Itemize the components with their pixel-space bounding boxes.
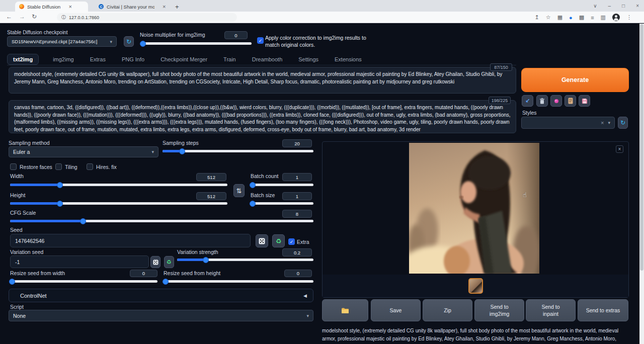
- resize-seed-width-slider[interactable]: [10, 280, 157, 283]
- back-icon[interactable]: ←: [6, 13, 12, 20]
- sampling-method-dropdown[interactable]: Euler a ▾: [9, 146, 158, 157]
- tiling-checkbox[interactable]: [55, 163, 62, 170]
- batch-count-value[interactable]: 1: [282, 173, 312, 181]
- gallery-thumbnail-selected[interactable]: [468, 278, 483, 294]
- tab-checkpoint-merger[interactable]: Checkpoint Merger: [158, 54, 209, 65]
- batch-count-slider[interactable]: [251, 184, 313, 186]
- menu-kebab-icon[interactable]: ⋮: [626, 14, 632, 21]
- apply-styles-button[interactable]: [565, 95, 576, 107]
- height-slider[interactable]: [10, 202, 227, 205]
- refresh-styles-button[interactable]: ↻: [618, 117, 628, 129]
- checkpoint-dropdown[interactable]: SD15NewVAEpruned.ckpt [27a4ac756c] ▾: [7, 36, 117, 47]
- browser-tab-stable-diffusion[interactable]: Stable Diffusion ×: [15, 2, 88, 12]
- extra-networks-button[interactable]: [550, 95, 562, 107]
- color-correction-checkbox[interactable]: ✓: [257, 37, 264, 44]
- browser-tab-strip: Stable Diffusion × C Civitai | Share you…: [0, 0, 644, 12]
- tab-train[interactable]: Train: [221, 54, 238, 65]
- tab-png-info[interactable]: PNG Info: [120, 54, 146, 65]
- side-panel-icon[interactable]: ▥: [601, 14, 606, 21]
- random-seed-button[interactable]: [256, 234, 268, 247]
- hires-fix-checkbox[interactable]: [87, 163, 93, 170]
- tiling-label: Tiling: [65, 164, 77, 170]
- width-value[interactable]: 512: [196, 173, 226, 181]
- workspaces-icon[interactable]: ▦: [557, 14, 562, 21]
- close-tab-icon[interactable]: ×: [163, 4, 166, 10]
- open-output-folder-button[interactable]: [322, 299, 368, 321]
- close-window-icon[interactable]: ×: [636, 3, 639, 9]
- tab-extensions[interactable]: Extensions: [333, 54, 364, 65]
- cfg-scale-slider[interactable]: [10, 220, 313, 222]
- resize-seed-height-slider[interactable]: [164, 280, 313, 283]
- styles-dropdown[interactable]: × ▾: [521, 117, 615, 129]
- variation-strength-value[interactable]: 0.2: [282, 248, 312, 256]
- tab-extras[interactable]: Extras: [88, 54, 108, 65]
- extra-seed-checkbox[interactable]: ✓: [288, 238, 295, 245]
- width-label: Width: [10, 173, 24, 179]
- tab-img2img[interactable]: img2img: [51, 54, 76, 65]
- close-gallery-icon[interactable]: ×: [616, 145, 623, 153]
- page-scrollbar[interactable]: [639, 24, 644, 344]
- reuse-seed-button[interactable]: ♻: [272, 234, 285, 247]
- generated-image[interactable]: [409, 143, 539, 274]
- negative-prompt-textarea[interactable]: canvas frame, cartoon, 3d, ((disfigured)…: [9, 100, 516, 133]
- variation-seed-label: Variation seed: [10, 249, 43, 255]
- resize-seed-height-value[interactable]: 0: [284, 270, 312, 277]
- send-to-extras-button[interactable]: Send to extras: [578, 299, 628, 321]
- generate-button[interactable]: Generate: [521, 68, 629, 92]
- bookmark-star-icon[interactable]: ☆: [546, 14, 551, 21]
- maximize-icon[interactable]: □: [622, 3, 625, 9]
- accordion-collapsed-icon: ◀: [303, 293, 307, 298]
- save-style-button[interactable]: [579, 95, 590, 107]
- height-value[interactable]: 512: [196, 192, 226, 200]
- zip-button[interactable]: Zip: [423, 299, 472, 321]
- send-to-extras-label: Send to extras: [586, 307, 620, 314]
- send-to-inpaint-button[interactable]: Send to inpaint: [526, 299, 576, 321]
- cfg-scale-value[interactable]: 8: [282, 210, 312, 218]
- reuse-variation-seed-button[interactable]: ♻: [164, 256, 174, 268]
- extensions-icon[interactable]: ▩: [579, 14, 584, 21]
- tab-txt2img[interactable]: txt2img: [7, 54, 39, 65]
- site-info-icon[interactable]: ⓘ: [61, 14, 66, 21]
- tune-icon[interactable]: ≡: [591, 15, 594, 21]
- prompt-textarea[interactable]: modelshoot style, (extremely detailed CG…: [9, 67, 516, 94]
- clear-styles-icon[interactable]: ×: [601, 120, 604, 126]
- tab-dreambooth[interactable]: Dreambooth: [250, 54, 285, 65]
- resize-seed-width-value[interactable]: 0: [130, 270, 157, 277]
- sampling-steps-slider[interactable]: [163, 150, 313, 152]
- noise-multiplier-slider[interactable]: [141, 42, 252, 45]
- hand-cursor-icon: ☝: [523, 191, 527, 199]
- chevron-down-icon[interactable]: ∨: [593, 3, 597, 9]
- address-bar[interactable]: ⓘ 127.0.0.1:7860: [57, 13, 237, 22]
- swap-width-height-button[interactable]: ⇅: [233, 184, 245, 197]
- minimize-icon[interactable]: –: [608, 3, 611, 9]
- tab-settings[interactable]: Settings: [296, 54, 320, 65]
- send-to-img2img-button[interactable]: Send to img2img: [474, 299, 524, 321]
- close-tab-icon[interactable]: ×: [68, 4, 71, 10]
- width-slider[interactable]: [10, 184, 227, 186]
- variation-strength-slider[interactable]: [177, 259, 313, 261]
- read-generation-params-button[interactable]: ↙: [522, 95, 533, 107]
- seed-input[interactable]: [10, 234, 251, 247]
- refresh-checkpoint-button[interactable]: ↻: [124, 36, 134, 47]
- clear-prompt-button[interactable]: [536, 95, 548, 107]
- chevron-down-icon: ▾: [306, 313, 309, 318]
- sync-status-icon[interactable]: ●: [569, 15, 573, 21]
- restore-faces-checkbox[interactable]: [10, 163, 17, 170]
- batch-size-value[interactable]: 1: [282, 192, 312, 200]
- share-icon[interactable]: ↥: [535, 14, 539, 21]
- batch-size-slider[interactable]: [251, 202, 313, 205]
- save-button[interactable]: Save: [371, 299, 421, 321]
- controlnet-accordion[interactable]: ControlNet ◀: [9, 289, 313, 302]
- new-tab-button[interactable]: +: [171, 2, 181, 12]
- script-dropdown[interactable]: None ▾: [9, 310, 313, 321]
- forward-icon[interactable]: →: [19, 13, 25, 20]
- profile-avatar[interactable]: [612, 14, 620, 21]
- reload-icon[interactable]: ↻: [32, 13, 37, 20]
- scrollbar-thumb[interactable]: [640, 24, 643, 271]
- variation-seed-input[interactable]: [10, 255, 149, 268]
- sampling-steps-value[interactable]: 20: [282, 139, 312, 147]
- browser-tab-civitai[interactable]: C Civitai | Share your models ×: [95, 2, 170, 12]
- noise-multiplier-value[interactable]: 0: [224, 31, 248, 39]
- styles-label: Styles: [522, 110, 537, 116]
- random-variation-seed-button[interactable]: [150, 256, 160, 268]
